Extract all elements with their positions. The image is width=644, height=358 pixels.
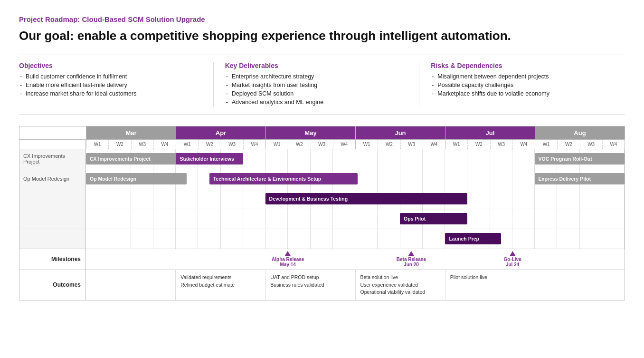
gantt-week-headers: W1 W2 W3 W4 W1 W2 W3 W4 W1 W2 W3 W4 W1 W… xyxy=(19,139,625,149)
week: W1 xyxy=(176,140,199,149)
week: W4 xyxy=(333,140,355,149)
week: W3 xyxy=(132,140,154,149)
week: W1 xyxy=(445,140,468,149)
week: W3 xyxy=(401,140,423,149)
milestone-triangle-golive xyxy=(510,251,515,256)
bar-opmodel: Op Model Redesign xyxy=(86,173,187,184)
outcome-cell-jun: Beta solution liveUser experience valida… xyxy=(356,270,445,300)
bar-techarch: Technical Architecture & Environments Se… xyxy=(209,173,358,184)
row-label-op: Op Model Redesign xyxy=(19,169,86,189)
objectives-col: Objectives Build customer confidence in … xyxy=(19,62,214,107)
list-item: Increase market share for ideal customer… xyxy=(19,90,204,97)
week: W3 xyxy=(311,140,333,149)
list-item: Marketplace shifts due to volatile econo… xyxy=(431,90,616,97)
milestone-alpha: Alpha Release May 14 xyxy=(272,251,304,267)
row-content-5: Launch Prep xyxy=(86,229,625,249)
bar-opspilot: Ops Pilot xyxy=(400,213,467,224)
row-label-cx: CX Improvements Project xyxy=(19,149,86,169)
month-jun: Jun xyxy=(355,126,445,139)
bar-voc: VOC Program Roll-Out xyxy=(535,153,625,164)
bar-dev: Development & Business Testing xyxy=(265,193,467,204)
month-may: May xyxy=(265,126,355,139)
milestone-golive-name: Go-Live xyxy=(504,257,521,262)
month-jul: Jul xyxy=(445,126,535,139)
risks-list: Misalignment between dependent projectsP… xyxy=(431,73,616,97)
week: W3 xyxy=(221,140,244,149)
gantt-label-spacer xyxy=(19,126,86,139)
objectives-title: Objectives xyxy=(19,62,204,69)
deliverables-title: Key Deliverables xyxy=(225,62,410,69)
list-item: Build customer confidence in fulfilment xyxy=(19,73,204,80)
week: W3 xyxy=(491,140,513,149)
row-content-3: Development & Business Testing xyxy=(86,189,625,209)
milestone-alpha-name: Alpha Release xyxy=(272,257,304,262)
row-content-1: CX Improvements Project Stakeholder Inte… xyxy=(86,149,625,169)
week: W4 xyxy=(513,140,535,149)
milestone-beta: Beta Release Jun 20 xyxy=(397,251,426,267)
weeks-apr: W1 W2 W3 W4 xyxy=(176,140,265,149)
row-content-2: Op Model Redesign Technical Architecture… xyxy=(86,169,625,189)
outcome-cell-apr: Validated requirementsRefined budget est… xyxy=(176,270,265,300)
weeks-mar: W1 W2 W3 W4 xyxy=(86,140,176,149)
outcome-cell-may: UAT and PROD setupBusiness rules validat… xyxy=(265,270,355,300)
week: W2 xyxy=(378,140,400,149)
week: W4 xyxy=(603,140,625,149)
week: W2 xyxy=(558,140,580,149)
project-title: Project Roadmap: Cloud-Based SCM Solutio… xyxy=(19,15,625,23)
week: W1 xyxy=(266,140,288,149)
gantt-row-4: Ops Pilot xyxy=(19,209,625,229)
week: W1 xyxy=(356,140,378,149)
list-item: Enterprise architecture strategy xyxy=(225,73,410,80)
gantt-body: CX Improvements Project CX Improvements … xyxy=(19,149,625,249)
outcomes-label: Outcomes xyxy=(19,270,86,300)
week: W4 xyxy=(423,140,445,149)
deliverables-col: Key Deliverables Enterprise architecture… xyxy=(214,62,420,107)
list-item: Misalignment between dependent projects xyxy=(431,73,616,80)
list-item: Market insights from user testing xyxy=(225,82,410,88)
outcomes-content: Validated requirementsRefined budget est… xyxy=(86,270,625,300)
milestone-alpha-date: May 14 xyxy=(280,262,296,267)
list-item: Possible capacity challenges xyxy=(431,82,616,88)
list-item: Deployed SCM solution xyxy=(225,90,410,97)
outcome-cell-mar xyxy=(86,270,176,300)
weeks-jul: W1 W2 W3 W4 xyxy=(445,140,535,149)
milestone-golive-date: Jul 24 xyxy=(506,262,519,267)
bar-stakeholder: Stakeholder Interviews xyxy=(176,153,243,164)
risks-col: Risks & Dependencies Misalignment betwee… xyxy=(419,62,625,107)
milestone-beta-name: Beta Release xyxy=(397,257,426,262)
week: W4 xyxy=(244,140,265,149)
gantt-month-headers: Mar Apr May Jun Jul Aug xyxy=(19,126,625,139)
weeks-jun: W1 W2 W3 W4 xyxy=(355,140,445,149)
milestone-triangle-alpha xyxy=(285,251,291,256)
gantt-row-3: Development & Business Testing xyxy=(19,189,625,209)
list-item: Advanced analytics and ML engine xyxy=(225,99,410,106)
risks-title: Risks & Dependencies xyxy=(431,62,616,69)
deliverables-list: Enterprise architecture strategyMarket i… xyxy=(225,73,410,106)
gantt-row-1: CX Improvements Project CX Improvements … xyxy=(19,149,625,169)
bar-express: Express Delivery Pilot xyxy=(535,173,625,184)
month-aug: Aug xyxy=(535,126,625,139)
week: W1 xyxy=(535,140,558,149)
week-spacer xyxy=(19,140,86,149)
milestone-triangle-beta xyxy=(408,251,414,256)
week: W2 xyxy=(468,140,490,149)
objectives-list: Build customer confidence in fulfilmentE… xyxy=(19,73,204,97)
week: W4 xyxy=(154,140,176,149)
row-content-4: Ops Pilot xyxy=(86,209,625,229)
week: W2 xyxy=(109,140,131,149)
week: W1 xyxy=(86,140,109,149)
outcome-cell-aug xyxy=(535,270,625,300)
outcome-cell-jul: Pilot solution live xyxy=(445,270,535,300)
row-label-empty1 xyxy=(19,189,86,209)
main-goal: Our goal: enable a competitive shopping … xyxy=(19,28,625,44)
milestones-label: Milestones xyxy=(19,249,86,270)
gantt-chart: Mar Apr May Jun Jul Aug W1 W2 W3 W4 W1 W… xyxy=(19,126,625,300)
gantt-row-2: Op Model Redesign Op Model Redesign Tech… xyxy=(19,169,625,189)
weeks-may: W1 W2 W3 W4 xyxy=(265,140,355,149)
row-label-empty2 xyxy=(19,209,86,229)
list-item: Enable more efficient last-mile delivery xyxy=(19,82,204,88)
week: W2 xyxy=(199,140,221,149)
week: W3 xyxy=(580,140,603,149)
outcomes-row: Outcomes Validated requirementsRefined b… xyxy=(19,270,625,300)
milestones-content: Alpha Release May 14 Beta Release Jun 20… xyxy=(86,249,625,270)
